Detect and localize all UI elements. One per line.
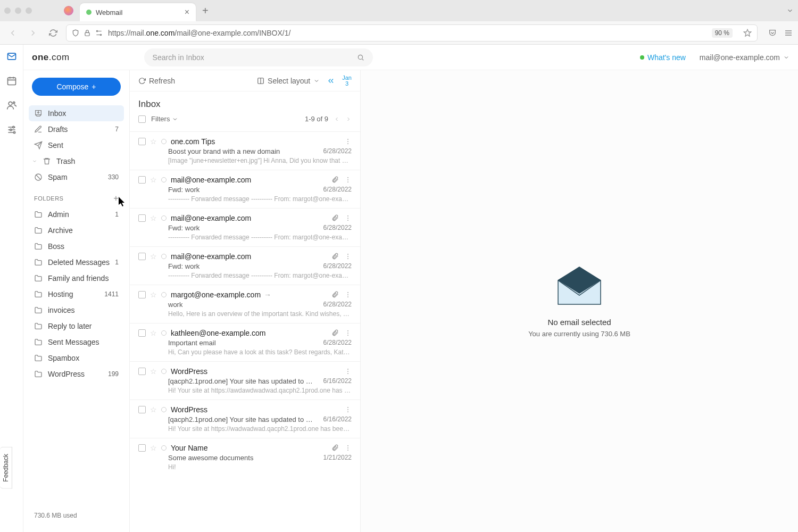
- pocket-icon[interactable]: [768, 29, 777, 37]
- folder-count: 7: [115, 126, 119, 133]
- email-row[interactable]: ☆margot@one-example.com→work6/28/2022Hel…: [130, 285, 360, 323]
- email-checkbox[interactable]: [138, 368, 146, 375]
- star-icon[interactable]: ☆: [150, 137, 157, 146]
- search-input[interactable]: Search in Inbox: [144, 48, 373, 66]
- email-checkbox[interactable]: [138, 138, 146, 145]
- sidebar-folder[interactable]: Admin1: [29, 206, 124, 222]
- star-icon[interactable]: ☆: [150, 405, 157, 414]
- select-layout-label: Select layout: [268, 77, 310, 85]
- sidebar-folder[interactable]: Sent Messages: [29, 334, 124, 350]
- email-row[interactable]: ☆mail@one-example.comFwd: work6/28/2022-…: [130, 246, 360, 285]
- pager-next[interactable]: [345, 116, 352, 122]
- star-icon[interactable]: ☆: [150, 290, 157, 299]
- unread-dot-icon[interactable]: [161, 369, 167, 374]
- refresh-button[interactable]: Refresh: [138, 77, 175, 85]
- sidebar-folder[interactable]: Boss: [29, 238, 124, 254]
- zoom-badge[interactable]: 90 %: [712, 28, 733, 38]
- more-icon[interactable]: [344, 214, 352, 222]
- unread-dot-icon[interactable]: [161, 445, 167, 451]
- sidebar-sent[interactable]: Sent: [29, 137, 124, 153]
- sidebar-spam[interactable]: Spam330: [29, 169, 124, 185]
- sidebar-folder[interactable]: Deleted Messages1: [29, 254, 124, 270]
- email-checkbox[interactable]: [138, 253, 146, 260]
- email-row[interactable]: ☆WordPress[qacph2.1prod.one] Your site h…: [130, 361, 360, 400]
- unread-dot-icon[interactable]: [161, 215, 167, 221]
- calendar-badge[interactable]: Jan 3: [342, 75, 352, 87]
- unread-dot-icon[interactable]: [161, 407, 167, 412]
- star-icon[interactable]: ☆: [150, 329, 157, 337]
- tab-close-icon[interactable]: ×: [185, 7, 189, 17]
- more-icon[interactable]: [344, 444, 352, 452]
- svg-point-26: [347, 294, 348, 295]
- filters-dropdown[interactable]: Filters: [151, 115, 178, 123]
- unread-dot-icon[interactable]: [161, 254, 167, 259]
- add-folder-button[interactable]: +: [113, 194, 119, 203]
- more-icon[interactable]: [344, 291, 352, 298]
- sidebar-folder[interactable]: invoices: [29, 302, 124, 318]
- email-checkbox[interactable]: [138, 406, 146, 413]
- spam-icon: [34, 173, 43, 181]
- email-checkbox[interactable]: [138, 444, 146, 452]
- compose-button[interactable]: Compose +: [32, 78, 121, 96]
- menu-icon[interactable]: [784, 29, 793, 37]
- folder-label: Deleted Messages: [48, 258, 110, 267]
- star-icon[interactable]: ☆: [150, 176, 157, 184]
- sidebar-folder[interactable]: Family and friends: [29, 270, 124, 286]
- feedback-tab[interactable]: Feedback: [0, 447, 12, 489]
- pager-prev[interactable]: [334, 116, 340, 122]
- unread-dot-icon[interactable]: [161, 177, 167, 182]
- star-icon[interactable]: ☆: [150, 214, 157, 222]
- sidebar-folder[interactable]: Reply to later: [29, 318, 124, 334]
- email-row[interactable]: ☆mail@one-example.comFwd: work6/28/2022-…: [130, 208, 360, 246]
- star-icon[interactable]: ☆: [150, 367, 157, 376]
- email-preview: Hi! Your site at https://wadwadwad.qacph…: [138, 425, 352, 433]
- account-dropdown[interactable]: mail@one-example.com: [700, 53, 789, 62]
- unread-dot-icon[interactable]: [161, 139, 167, 144]
- star-icon[interactable]: ☆: [150, 444, 157, 452]
- more-icon[interactable]: [344, 368, 352, 375]
- bookmark-star-icon[interactable]: [743, 29, 752, 37]
- rail-calendar-icon[interactable]: [5, 74, 18, 87]
- window-controls[interactable]: [4, 7, 32, 14]
- email-row[interactable]: ☆Your NameSome awesome documents1/21/202…: [130, 438, 360, 476]
- new-tab-button[interactable]: +: [202, 5, 209, 17]
- select-layout-dropdown[interactable]: Select layout: [257, 77, 320, 85]
- collapse-icon[interactable]: [327, 77, 335, 85]
- reload-button[interactable]: [46, 26, 61, 40]
- sidebar-inbox[interactable]: Inbox: [29, 105, 124, 121]
- sidebar-folder[interactable]: WordPress199: [29, 366, 124, 382]
- email-row[interactable]: ☆mail@one-example.comFwd: work6/28/2022-…: [130, 170, 360, 208]
- unread-dot-icon[interactable]: [161, 330, 167, 336]
- rail-mail-icon[interactable]: [5, 50, 18, 63]
- more-icon[interactable]: [344, 406, 352, 413]
- rail-contacts-icon[interactable]: [5, 99, 18, 112]
- whats-new-link[interactable]: What's new: [640, 53, 686, 62]
- email-row[interactable]: ☆kathleen@one-example.comImportant email…: [130, 323, 360, 361]
- select-all-checkbox[interactable]: [138, 115, 146, 123]
- more-icon[interactable]: [344, 253, 352, 260]
- email-sender: mail@one-example.com: [171, 252, 327, 261]
- sidebar-folder[interactable]: Archive: [29, 222, 124, 238]
- more-icon[interactable]: [344, 329, 352, 337]
- email-checkbox[interactable]: [138, 329, 146, 337]
- sidebar-drafts[interactable]: Drafts7: [29, 121, 124, 137]
- back-button[interactable]: [5, 26, 20, 40]
- email-row[interactable]: ☆WordPress[qacph2.1prod.one] Your site h…: [130, 400, 360, 438]
- email-checkbox[interactable]: [138, 291, 146, 298]
- email-checkbox[interactable]: [138, 176, 146, 184]
- sidebar-trash[interactable]: Trash: [29, 153, 124, 169]
- sidebar-folder[interactable]: Spambox: [29, 350, 124, 366]
- email-row[interactable]: ☆one.com TipsBoost your brand with a new…: [130, 131, 360, 170]
- unread-dot-icon[interactable]: [161, 292, 167, 297]
- rail-settings-icon[interactable]: [5, 123, 18, 136]
- email-sender: mail@one-example.com: [171, 176, 327, 184]
- star-icon[interactable]: ☆: [150, 252, 157, 261]
- forward-button[interactable]: [26, 26, 40, 40]
- address-bar[interactable]: https://mail.one.com/mail@one-example.co…: [66, 24, 758, 41]
- more-icon[interactable]: [344, 176, 352, 184]
- email-checkbox[interactable]: [138, 214, 146, 222]
- browser-tab[interactable]: Webmail ×: [80, 3, 196, 21]
- tabs-dropdown-icon[interactable]: [786, 7, 794, 14]
- sidebar-folder[interactable]: Hosting1411: [29, 286, 124, 302]
- more-icon[interactable]: [344, 138, 352, 145]
